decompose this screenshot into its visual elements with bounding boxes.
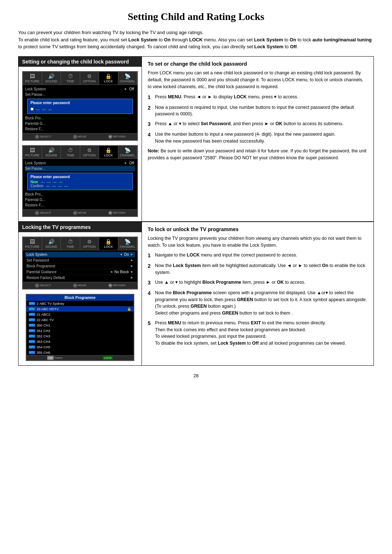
tab3-lock: 🔒LOCK — [99, 237, 118, 250]
password-input-display: ■ — — — — [30, 106, 130, 112]
block-prog-item-8: DTV 353 CH4 — [26, 339, 134, 344]
menu2-row-setpassword: Set Passw... — [25, 166, 135, 171]
tab2-option: ⚙OPTION — [80, 146, 99, 159]
menu2-row-blockpro: Block Pro... — [25, 192, 135, 197]
tv-menu-2-topbar: 🖼PICTURE 🔊SOUND ⏱TIME ⚙OPTION 🔒LOCK 📡CHA… — [23, 146, 137, 159]
section1-left: Setting or changing the child lock passw… — [19, 57, 142, 221]
restore-factory-label: Restore Factory Default — [26, 276, 130, 280]
section2-left: Locking the TV programmes 🖼PICTURE 🔊SOUN… — [19, 222, 142, 365]
section2-right-heading: To lock or unlock the TV programmes — [148, 226, 368, 232]
tab3-channel: 📡CHANNEL — [118, 237, 138, 250]
section1-right: To set or change the child lock password… — [142, 57, 373, 221]
tv-menu-2: 🖼PICTURE 🔊SOUND ⏱TIME ⚙OPTION 🔒LOCK 📡CHA… — [22, 145, 138, 217]
tab-option: ⚙OPTION — [80, 72, 99, 85]
block-prog-item-9: DTV 354 CH5 — [26, 344, 134, 350]
ok-select-label: OK Select — [47, 356, 62, 360]
step1-2: 2 Now a password is required to input. U… — [148, 104, 368, 118]
menu1-row-parentalg: Parental G... — [25, 121, 135, 126]
menu3-row-blockprog: Block Programme ► — [25, 263, 135, 269]
tv-menu-2-bottombar: ○ SELECT ○ MOVE M RETURN — [23, 209, 137, 216]
menu3-row-restorefactory: Restore Factory Default ► — [25, 275, 135, 280]
content-wrapper: Setting or changing the child lock passw… — [18, 56, 374, 366]
block-prog-item-3: DTV 21 ABC2 — [26, 312, 134, 317]
tv-menu-3-bottombar: ○ SELECT ○ MOVE M RETURN — [23, 282, 137, 289]
page-number: 28 — [18, 373, 374, 378]
tab2-picture: 🖼PICTURE — [23, 146, 42, 159]
page-title: Setting Child and Rating Locks — [18, 11, 374, 22]
tv-menu-3-topbar: 🖼PICTURE 🔊SOUND ⏱TIME ⚙OPTION 🔒LOCK 📡CHA… — [23, 237, 137, 250]
menu3-row-setpassword: Set Password ► — [25, 258, 135, 263]
new-password-row: New — — — — — [30, 180, 130, 184]
tab-channel: 📡CHANNEL — [118, 72, 138, 85]
tab-picture: 🖼PICTURE — [23, 72, 42, 85]
tv-menu-1-body: Lock System ◄ Off Set Passw... Please en… — [23, 85, 137, 133]
tv-menu-3-body: Lock System ◄ On ► Set Password ► Block … — [23, 250, 137, 282]
block-programme-list: Block Programme DTV 2 ABC TV Sydney DTV … — [26, 294, 134, 361]
tab2-sound: 🔊SOUND — [42, 146, 61, 159]
intro-text: You can prevent your children from watch… — [18, 29, 374, 50]
tab3-picture: 🖼PICTURE — [23, 237, 42, 250]
intro-line1: You can prevent your children from watch… — [18, 29, 374, 36]
tv-menu-2-body: Lock System ◄ Off Set Passw... Please en… — [23, 159, 137, 209]
menu1-row-blockpro: Block Pro... — [25, 115, 135, 121]
tab2-time: ⏱TIME — [61, 146, 80, 159]
step1-3: 3 Press ▲ or ▾ to select Set Password, a… — [148, 120, 368, 128]
confirm-password-row: Confirm — — — — — [30, 184, 130, 188]
password-dialog-2: Please enter password New — — — — Confir… — [27, 173, 133, 190]
section1-row: Setting or changing the child lock passw… — [19, 57, 373, 222]
tab3-sound: 🔊SOUND — [42, 237, 61, 250]
menu1-row-locksystem: Lock System ◄ Off — [25, 86, 135, 92]
block-prog-header: Block Programme — [26, 295, 134, 301]
section1-right-heading: To set or change the child lock password — [148, 61, 368, 67]
menu2-row-parentalg: Parental G... — [25, 197, 135, 202]
block-prog-item-1: DTV 2 ABC TV Sydney — [26, 301, 134, 306]
step2-2: 2 Now the Lock System item will be highl… — [148, 262, 368, 276]
password-dialog-1: Please enter password ■ — — — — [27, 99, 133, 114]
menu1-row-setpassword: Set Passw... — [25, 92, 135, 97]
password-dialog-title: Please enter password — [30, 101, 130, 105]
tab2-lock: 🔒LOCK — [99, 146, 118, 159]
tv-menu-1-bottombar: ○ SELECT ○ MOVE M RETURN — [23, 133, 137, 140]
step2-1: 1 Navigate to the LOCK menu and input th… — [148, 252, 368, 259]
block-prog-item-5: DTV 350 CH1 — [26, 323, 134, 328]
intro-line2: To enable child lock and rating feature,… — [18, 36, 374, 50]
step2-4: 4 Now the Block Programme screen opens w… — [148, 290, 368, 317]
section1-para1: From LOCK menu you can set a new child l… — [148, 70, 368, 91]
step1-4: 4 Use the number buttons to input a new … — [148, 131, 368, 145]
section2-right: To lock or unlock the TV programmes Lock… — [142, 222, 373, 365]
section1-header: Setting or changing the child lock passw… — [19, 57, 142, 67]
section1-steps: 1 Press MENU. Press ◄ or ► to display LO… — [148, 94, 368, 145]
menu3-row-locksystem: Lock System ◄ On ► — [25, 252, 135, 258]
tv-menu-3: 🖼PICTURE 🔊SOUND ⏱TIME ⚙OPTION 🔒LOCK 📡CHA… — [22, 237, 138, 290]
tab3-time: ⏱TIME — [61, 237, 80, 250]
lock-label: LOCK — [103, 356, 113, 360]
section2-para1: Locking the TV programs prevents your ch… — [148, 235, 368, 249]
block-prog-item-2: DTV 20 ABC HDTV 🔒 — [26, 306, 134, 312]
tab-sound: 🔊SOUND — [42, 72, 61, 85]
tab-lock: 🔒LOCK — [99, 72, 118, 85]
step2-5: 5 Press MENU to return to previous menu.… — [148, 320, 368, 347]
step2-3: 3 Use ▲ or ▾ to highlight Block Programm… — [148, 279, 368, 287]
menu1-row-restoref: Restore F... — [25, 126, 135, 132]
lock-icon: 🔒 — [127, 307, 131, 311]
section2-row: Locking the TV programmes 🖼PICTURE 🔊SOUN… — [19, 222, 373, 365]
section2-header: Locking the TV programmes — [19, 222, 142, 232]
tv-menu-1: 🖼PICTURE 🔊SOUND ⏱TIME ⚙OPTION 🔒LOCK 📡CHA… — [22, 71, 138, 141]
block-prog-item-6: DTV 351 CH2 — [26, 328, 134, 333]
section2-steps: 1 Navigate to the LOCK menu and input th… — [148, 252, 368, 347]
block-prog-item-4: DTV 22 ABC TV — [26, 317, 134, 323]
menu3-row-parentalg: Parental Guidance ◄ No Block ► — [25, 269, 135, 275]
block-prog-item-7: DTV 352 CH3 — [26, 333, 134, 339]
tab-time: ⏱TIME — [61, 72, 80, 85]
tab3-option: ⚙OPTION — [80, 237, 99, 250]
step1-1: 1 Press MENU. Press ◄ or ► to display LO… — [148, 94, 368, 101]
menu2-row-restoref: Restore F... — [25, 202, 135, 208]
password-dialog2-title: Please enter password — [30, 175, 130, 179]
menu2-row-locksystem: Lock System ◄ Off — [25, 160, 135, 166]
tv-menu-1-topbar: 🖼PICTURE 🔊SOUND ⏱TIME ⚙OPTION 🔒LOCK 📡CHA… — [23, 72, 137, 85]
section1-note: Note: Be sure to write down your passwor… — [148, 148, 368, 162]
block-prog-item-10: DTV 355 CH6 — [26, 350, 134, 355]
block-prog-bottombar: OK Select LOCK — [26, 355, 134, 360]
tab2-channel: 📡CHANNEL — [118, 146, 138, 159]
